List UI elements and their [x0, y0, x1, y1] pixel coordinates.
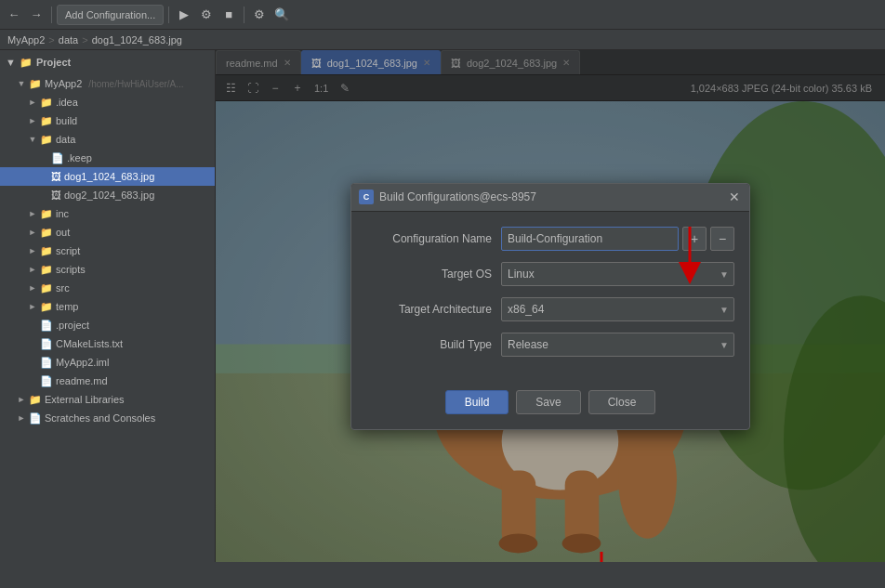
sidebar-item-scripts[interactable]: ► 📁 scripts [0, 260, 215, 279]
sidebar-item-script[interactable]: ► 📁 script [0, 242, 215, 260]
build-button[interactable]: Build [445, 390, 509, 414]
sidebar-item-keep[interactable]: 📄 .keep [0, 149, 215, 167]
src-arrow: ► [28, 283, 37, 293]
sep2 [168, 7, 169, 23]
scratches-label: Scratches and Consoles [45, 412, 155, 424]
sidebar-item-out[interactable]: ► 📁 out [0, 223, 215, 242]
dialog-title-bar: C Build Configurations@ecs-8957 ✕ [351, 184, 749, 212]
breadcrumb-data[interactable]: data [59, 34, 78, 46]
add-config-button[interactable]: Add Configuration... [57, 5, 164, 25]
root-arrow: ▼ [17, 79, 26, 88]
sidebar-item-inc[interactable]: ► 📁 inc [0, 204, 215, 223]
script-folder-icon: 📁 [40, 245, 53, 257]
sidebar-item-external-libs[interactable]: ► 📁 External Libraries [0, 390, 215, 409]
idea-arrow: ► [28, 98, 37, 107]
build-type-select[interactable]: Release Debug RelWithDebInfo MinSizeRel [501, 333, 734, 357]
project-header[interactable]: ▼ 📁 Project [0, 50, 215, 74]
target-arch-label: Target Architecture [366, 303, 501, 316]
red-arrow-build-annotation [574, 547, 629, 562]
dialog-close-icon[interactable]: ✕ [727, 189, 742, 204]
dialog-body: Configuration Name + − Target OS Linux [351, 212, 749, 383]
target-os-label: Target OS [366, 268, 501, 281]
target-arch-row: Target Architecture x86_64 aarch64 arm ▼ [366, 297, 734, 321]
root-label: MyApp2 [45, 78, 82, 89]
sidebar-item-scratches[interactable]: ► 📄 Scratches and Consoles [0, 409, 215, 427]
sidebar-item-dog2[interactable]: 🖼 dog2_1024_683.jpg [0, 186, 215, 204]
config-name-row: Configuration Name + − [366, 227, 734, 251]
dog1-label: dog1_1024_683.jpg [64, 171, 154, 182]
ext-label: External Libraries [45, 394, 125, 405]
project-label: Project [36, 57, 71, 68]
project-file-label: .project [56, 320, 89, 331]
root-folder-icon: 📁 [29, 78, 42, 90]
target-os-select[interactable]: Linux Windows macOS [501, 262, 734, 286]
back-btn[interactable]: ← [4, 5, 24, 25]
scratches-icon: 📄 [29, 412, 42, 425]
root-path: /home/HwHiAiUser/A... [88, 79, 183, 89]
build-arrow: ► [28, 116, 37, 125]
stop-icon[interactable]: ■ [218, 5, 239, 25]
config-remove-btn[interactable]: − [710, 227, 734, 251]
sidebar-item-data[interactable]: ▼ 📁 data [0, 130, 215, 149]
top-toolbar: ← → Add Configuration... ▶ ⚙ ■ ⚙ 🔍 [0, 0, 885, 30]
project-file-icon: 📄 [40, 320, 53, 332]
build-icon[interactable]: ⚙ [196, 5, 217, 25]
sidebar-item-cmake[interactable]: 📄 CMakeLists.txt [0, 334, 215, 353]
sidebar-item-src[interactable]: ► 📁 src [0, 279, 215, 297]
modal-overlay: C Build Configurations@ecs-8957 ✕ Config… [216, 50, 885, 562]
close-button[interactable]: Close [588, 390, 656, 414]
save-button[interactable]: Save [516, 390, 580, 414]
main-layout: ▼ 📁 Project ▼ 📁 MyApp2 /home/HwHiAiUser/… [0, 50, 885, 562]
data-label: data [56, 134, 75, 145]
sidebar-item-idea[interactable]: ► 📁 .idea [0, 93, 215, 111]
keep-label: .keep [67, 152, 92, 163]
forward-btn[interactable]: → [26, 5, 46, 25]
cmake-file-icon: 📄 [40, 338, 53, 350]
config-add-btn[interactable]: + [682, 227, 707, 251]
temp-arrow: ► [28, 302, 37, 311]
scripts-arrow: ► [28, 265, 37, 274]
sidebar-item-temp[interactable]: ► 📁 temp [0, 297, 215, 316]
inc-folder-icon: 📁 [40, 208, 53, 220]
image-area: readme.md ✕ 🖼 dog1_1024_683.jpg ✕ 🖼 dog2… [216, 50, 885, 562]
temp-folder-icon: 📁 [40, 301, 53, 313]
dog2-image-icon: 🖼 [51, 189, 61, 201]
iml-file-icon: 📄 [40, 357, 53, 369]
sidebar-item-iml[interactable]: 📄 MyApp2.iml [0, 353, 215, 372]
sidebar-item-build[interactable]: ► 📁 build [0, 111, 215, 130]
dog1-image-icon: 🖼 [51, 171, 61, 182]
target-os-row: Target OS Linux Windows macOS ▼ [366, 262, 734, 286]
config-name-label: Configuration Name [366, 232, 501, 245]
build-label: build [56, 115, 77, 126]
project-arrow: ▼ [6, 57, 16, 68]
idea-folder-icon: 📁 [40, 97, 53, 109]
breadcrumb-file: dog1_1024_683.jpg [92, 34, 182, 46]
out-arrow: ► [28, 228, 37, 237]
target-arch-select[interactable]: x86_64 aarch64 arm [501, 297, 734, 321]
ext-arrow: ► [17, 395, 26, 404]
target-arch-wrap: x86_64 aarch64 arm ▼ [501, 297, 734, 321]
script-arrow: ► [28, 246, 37, 255]
cmake-label: CMakeLists.txt [56, 338, 123, 349]
search-toolbar-icon[interactable]: 🔍 [271, 5, 292, 25]
build-config-dialog: C Build Configurations@ecs-8957 ✕ Config… [350, 183, 750, 430]
breadcrumb-app[interactable]: MyApp2 [7, 34, 45, 46]
target-os-wrap: Linux Windows macOS ▼ [501, 262, 734, 286]
sidebar-item-root[interactable]: ▼ 📁 MyApp2 /home/HwHiAiUser/A... [0, 74, 215, 93]
sidebar-item-readme[interactable]: 📄 readme.md [0, 372, 215, 390]
scripts-label: scripts [56, 264, 86, 275]
build-type-label: Build Type [366, 338, 501, 351]
config-name-input[interactable] [501, 227, 679, 251]
inc-label: inc [56, 208, 69, 219]
keep-file-icon: 📄 [51, 152, 64, 164]
dialog-footer: Build Save Close [351, 383, 749, 429]
data-folder-icon: 📁 [40, 134, 53, 146]
run-icon[interactable]: ▶ [174, 5, 194, 25]
sidebar-item-dog1[interactable]: 🖼 dog1_1024_683.jpg [0, 167, 215, 186]
out-label: out [56, 227, 70, 238]
sidebar-item-project-file[interactable]: 📄 .project [0, 316, 215, 334]
project-icon: 📁 [20, 57, 33, 69]
out-folder-icon: 📁 [40, 227, 53, 239]
settings-icon[interactable]: ⚙ [249, 5, 270, 25]
dog2-label: dog2_1024_683.jpg [64, 189, 154, 201]
